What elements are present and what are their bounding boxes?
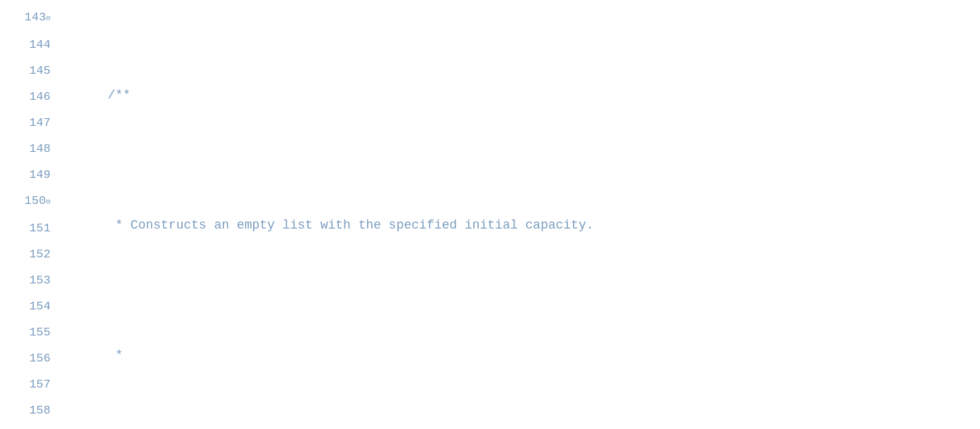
line-154: 154 — [7, 293, 56, 319]
line-151: 151 — [7, 215, 56, 241]
line-numbers: 143⊖ 144 145 146 147 148 149 150⊖ 151 15… — [0, 4, 63, 429]
line-158: 158 — [7, 397, 56, 423]
line-153: 153 — [7, 267, 56, 293]
line-148: 148 — [7, 136, 56, 162]
line-152: 152 — [7, 241, 56, 267]
line-155: 155 — [7, 319, 56, 345]
line-146: 146 — [7, 84, 56, 110]
code-viewer: 143⊖ 144 145 146 147 148 149 150⊖ 151 15… — [0, 0, 980, 429]
line-159: 159 — [7, 423, 56, 429]
line-150: 150⊖ — [7, 188, 56, 215]
code-line-144: * Constructs an empty list with the spec… — [77, 212, 980, 238]
line-143: 143⊖ — [7, 4, 56, 32]
line-157: 157 — [7, 371, 56, 397]
line-145: 145 — [7, 58, 56, 84]
code-line-145: * — [77, 342, 980, 369]
line-156: 156 — [7, 345, 56, 371]
line-147: 147 — [7, 110, 56, 136]
code-content: /** * Constructs an empty list with the … — [63, 4, 980, 429]
line-149: 149 — [7, 162, 56, 188]
code-line-143: /** — [77, 82, 980, 108]
line-144: 144 — [7, 32, 56, 58]
